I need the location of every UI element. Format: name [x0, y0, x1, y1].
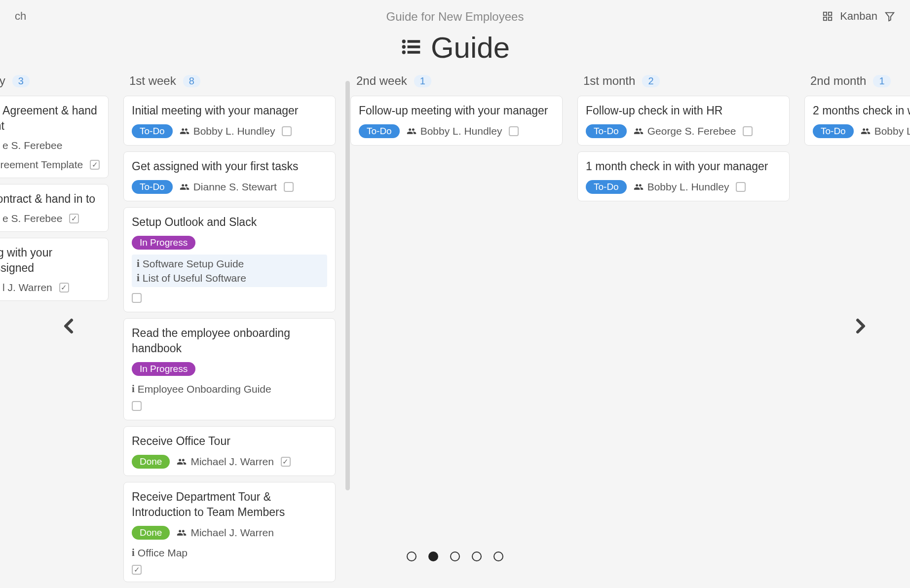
kanban-card[interactable]: 1 month check in with your managerTo-DoB… [577, 151, 790, 201]
card-title: 2 months check in with y [813, 103, 910, 118]
status-pill: To-Do [586, 124, 627, 138]
kanban-card[interactable]: Follow-up meeting with your managerTo-Do… [350, 96, 563, 146]
card-assignee: e S. Ferebee [0, 213, 62, 224]
kanban-card[interactable]: ity Agreement & hand ente S. Ferebeei gr… [0, 96, 109, 178]
kanban-column: 1st month 2Follow-up check in with HRTo-… [577, 74, 790, 588]
card-meta-row: In Progressi Employee Onboarding Guide [132, 362, 327, 395]
svg-rect-6 [408, 40, 420, 43]
kanban-card[interactable]: 2 months check in with yTo-DoBobby L. Hu… [804, 96, 910, 146]
svg-rect-3 [829, 17, 832, 20]
kanban-card[interactable]: ing with your assignedl J. Warren [0, 238, 109, 301]
card-meta-row: To-DoBobby L. Hundley [132, 124, 327, 138]
card-meta-row: l J. Warren [0, 282, 100, 294]
card-checkbox[interactable] [509, 126, 519, 136]
kanban-card[interactable]: Setup Outlook and SlackIn Progressi Soft… [123, 207, 336, 312]
card-assignee: Bobby L. Hundley [180, 125, 275, 137]
card-meta-row: e S. Ferebee [0, 213, 100, 224]
card-meta-row: e S. Ferebeei greement Template [0, 140, 100, 171]
card-title: ing with your assigned [0, 245, 100, 276]
card-assignee: Bobby L. Hundl [861, 125, 910, 137]
column-count-badge: 3 [12, 75, 30, 87]
filter-icon[interactable] [884, 11, 895, 22]
column-cards: Follow-up check in with HRTo-DoGeorge S.… [577, 96, 790, 201]
card-attachment[interactable]: i greement Template [0, 158, 83, 171]
column-count-badge: 1 [873, 75, 890, 87]
svg-rect-8 [408, 45, 420, 48]
pagination-dot[interactable] [472, 551, 482, 561]
people-icon [180, 126, 190, 136]
card-checkbox[interactable] [90, 160, 100, 170]
kanban-card[interactable]: Read the employee onboarding handbookIn … [123, 318, 336, 420]
card-attachment[interactable]: i Employee Onboarding Guide [132, 383, 271, 395]
top-bar: ch Guide for New Employees Kanban [0, 10, 910, 23]
card-title: Initial meeting with your manager [132, 103, 327, 118]
column-title: 2nd week [356, 74, 407, 88]
prev-arrow[interactable] [57, 311, 80, 345]
breadcrumb[interactable]: Guide for New Employees [386, 10, 524, 24]
svg-marker-4 [886, 13, 894, 21]
column-scrollbar[interactable] [345, 81, 350, 490]
svg-point-9 [402, 50, 406, 54]
svg-rect-0 [824, 12, 827, 15]
card-checkbox[interactable] [132, 293, 142, 303]
card-checkbox[interactable] [132, 401, 142, 411]
card-title: Follow-up check in with HR [586, 103, 781, 118]
card-checkbox[interactable] [282, 126, 292, 136]
svg-rect-1 [829, 12, 832, 15]
list-icon [400, 31, 422, 65]
card-checkbox[interactable] [736, 182, 746, 192]
column-cards: Follow-up meeting with your managerTo-Do… [350, 96, 563, 146]
view-switcher[interactable]: Kanban [822, 10, 895, 23]
status-pill: In Progress [132, 362, 195, 376]
card-attachment[interactable]: i Software Setup Guide [137, 257, 322, 270]
card-checkbox[interactable] [284, 182, 294, 192]
card-attachment[interactable]: i List of Useful Software [137, 272, 322, 284]
card-title: Read the employee onboarding handbook [132, 326, 327, 356]
kanban-card[interactable]: Get assigned with your first tasksTo-DoD… [123, 151, 336, 201]
pagination-dot[interactable] [428, 551, 438, 561]
column-count-badge: 2 [642, 75, 659, 87]
pagination-dot[interactable] [493, 551, 503, 561]
next-arrow[interactable] [849, 311, 872, 345]
people-icon [861, 126, 871, 136]
card-title: Receive Office Tour [132, 434, 327, 449]
pagination-dot[interactable] [450, 551, 460, 561]
card-title: Setup Outlook and Slack [132, 215, 327, 230]
page-title: Guide [400, 31, 510, 65]
status-pill: Done [132, 455, 170, 469]
card-attachment-block: i Software Setup Guidei List of Useful S… [132, 255, 327, 287]
kanban-card[interactable]: Initial meeting with your managerTo-DoBo… [123, 96, 336, 146]
kanban-card[interactable]: Receive Department Tour & Introduction t… [123, 482, 336, 582]
kanban-card[interactable]: Contract & hand in toe S. Ferebee [0, 184, 109, 232]
kanban-card[interactable]: Follow-up check in with HRTo-DoGeorge S.… [577, 96, 790, 146]
card-assignee: George S. Ferebee [634, 125, 736, 137]
status-pill: To-Do [132, 124, 173, 138]
svg-rect-10 [408, 51, 420, 54]
card-title: Receive Department Tour & Introduction t… [132, 489, 327, 520]
card-title: Get assigned with your first tasks [132, 159, 327, 174]
column-count-badge: 8 [183, 75, 200, 87]
pagination-dot[interactable] [407, 551, 417, 561]
people-icon [177, 457, 187, 467]
card-checkbox[interactable] [69, 214, 79, 223]
kanban-card[interactable]: Receive Office TourDoneMichael J. Warren [123, 426, 336, 476]
column-title: 1st month [583, 74, 635, 88]
card-checkbox[interactable] [281, 457, 291, 467]
status-pill: Done [132, 526, 170, 540]
svg-point-5 [402, 39, 406, 43]
card-checkbox[interactable] [743, 126, 753, 136]
svg-point-7 [402, 45, 406, 48]
column-header: day 3 [0, 74, 109, 96]
card-assignee: Michael J. Warren [177, 456, 273, 468]
card-attachment[interactable]: i Office Map [132, 547, 188, 559]
card-checkbox[interactable] [59, 283, 69, 293]
status-pill: To-Do [586, 180, 627, 194]
card-assignee: l J. Warren [0, 282, 52, 294]
card-meta-row: To-DoBobby L. Hundley [359, 124, 554, 138]
column-header: 2nd month 1 [804, 74, 910, 96]
view-label: Kanban [840, 10, 877, 23]
card-meta-row: In Progress [132, 236, 327, 250]
status-pill: In Progress [132, 236, 195, 250]
card-checkbox[interactable] [132, 565, 142, 575]
column-title: 1st week [129, 74, 176, 88]
